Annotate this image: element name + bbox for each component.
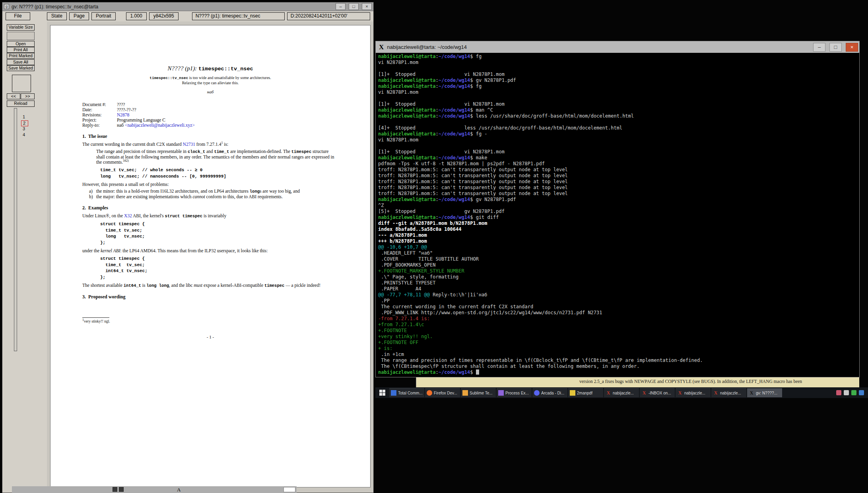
terminal-line: nabijaczleweli@tarta:~/code/wg14$ fg - xyxy=(378,131,859,137)
taskbar-app-icon-1[interactable] xyxy=(113,487,117,492)
print-marked-button[interactable]: Print Marked xyxy=(7,53,35,59)
terminal-line: +++ b/N2878P1.mom xyxy=(378,238,859,244)
taskbar-item-label: gv: N????... xyxy=(756,391,777,395)
close-button[interactable]: × xyxy=(362,3,372,10)
x-server-icon: X xyxy=(641,390,647,396)
code-line: time_t tv_sec; xyxy=(100,262,370,269)
terminal-line: +very stinky!! ngl. xyxy=(378,334,859,340)
orientation-menu-button[interactable]: Portrait xyxy=(91,12,116,20)
document-page[interactable]: N???? (p1): timespec::tv_nsec timespec::… xyxy=(50,25,371,487)
taskbar-item[interactable]: Xnabijaczle... xyxy=(604,388,639,397)
page-number-2[interactable]: 2 xyxy=(21,120,28,126)
doc-code-block-2: struct timespec { time_t tv_sec; long tv… xyxy=(100,221,370,246)
taskbar-item[interactable]: Xnabijaczle... xyxy=(711,388,746,397)
taskbar-item[interactable]: 2manpdf xyxy=(568,388,603,397)
taskbar-item[interactable]: Process Ex... xyxy=(497,388,532,397)
taskbar-item[interactable]: Total Comm... xyxy=(389,388,424,397)
terminal-line: .PDF_BOOKMARKS_OPEN xyxy=(378,262,859,268)
taskbar-item[interactable]: Arcada - Di... xyxy=(532,388,567,397)
tray-icon-blue[interactable] xyxy=(859,390,864,395)
doc-meta-row: Reply-to:наб <nabijaczleweli@nabijaczlew… xyxy=(82,123,195,128)
terminal-line: nabijaczleweli@tarta:~/code/wg14$ fg xyxy=(378,83,859,89)
reload-button[interactable]: Reload xyxy=(7,101,35,107)
pdf-tool-icon xyxy=(570,390,575,396)
discord-icon xyxy=(534,390,540,396)
tray-icon-pink[interactable] xyxy=(836,390,841,395)
terminal-line: nabijaczleweli@tarta:~/code/wg14$ man ^C xyxy=(378,107,859,113)
minimize-button[interactable]: – xyxy=(336,3,346,10)
scale-menu-button[interactable]: 1.000 xyxy=(126,12,147,20)
maximize-button[interactable]: □ xyxy=(349,3,359,10)
terminal-line: nabijaczleweli@tarta:~/code/wg14$ fg xyxy=(378,54,859,60)
footnote-rule xyxy=(82,317,109,318)
taskbar-item[interactable]: Xgv: N????... xyxy=(747,388,782,397)
terminal-line: ^Z xyxy=(378,203,859,209)
taskbar-item-label: Sublime Te... xyxy=(470,391,493,395)
prev-page-button[interactable]: << xyxy=(7,93,20,99)
close-button[interactable]: × xyxy=(846,43,858,52)
page-scroll-track[interactable] xyxy=(14,108,17,351)
doc-list: a)the minor: this is a hold-over from I1… xyxy=(89,189,338,199)
terminal-line: +.FOOTNOTE OFF xyxy=(378,340,859,346)
doc-text: from 7.27.1.4 xyxy=(195,142,221,147)
open-button[interactable]: Open xyxy=(7,41,35,47)
doc-link[interactable]: N2878 xyxy=(117,112,129,117)
save-marked-button[interactable]: Save Marked xyxy=(7,65,35,71)
gv-toolbar: File State Page Portrait 1.000 y842x595 … xyxy=(2,11,373,21)
gv-titlebar[interactable]: g gv: N???? (p1): timespec::tv_nsec@tart… xyxy=(2,2,373,11)
letter-a-icon[interactable]: A xyxy=(177,487,181,493)
doc-paragraph: under the kernel ABI: the LP64 AMD64. Th… xyxy=(82,248,338,253)
doc-text: The shortest available xyxy=(82,283,124,288)
taskbar-app-icon-2[interactable] xyxy=(119,487,124,492)
maximize-button[interactable]: □ xyxy=(829,43,842,52)
terminal-line: --- a/N2878P1.mom xyxy=(378,232,859,238)
list-marker: a) xyxy=(89,189,96,194)
page-number-3[interactable]: 3 xyxy=(21,126,28,132)
doc-heading-3: 3. Proposed wording xyxy=(82,294,338,300)
tray-icon-gray[interactable] xyxy=(844,390,849,395)
gv-window: g gv: N???? (p1): timespec::tv_nsec@tart… xyxy=(2,2,374,493)
page-number-4[interactable]: 4 xyxy=(21,132,28,138)
taskbar-item[interactable]: X-INBOX on... xyxy=(640,388,675,397)
mom-docs-window-fragment[interactable]: version 2.5_a fixes bugs with NEWPAGE an… xyxy=(416,377,859,387)
gv-canvas[interactable]: N???? (p1): timespec::tv_nsec timespec::… xyxy=(47,21,373,493)
media-size-button[interactable]: y842x595 xyxy=(149,12,179,20)
x-server-icon: X xyxy=(606,390,611,396)
taskbar-item[interactable]: Sublime Te... xyxy=(461,388,496,397)
terminal-line: .PP xyxy=(378,298,859,304)
page-number-1[interactable]: 1 xyxy=(21,114,28,120)
terminal-line: [5]+ Stopped gv N2878P1.pdf xyxy=(378,209,859,215)
terminal-line: nabijaczleweli@tarta:~/code/wg14$ xyxy=(378,369,859,375)
tray-icon-green[interactable] xyxy=(851,390,856,395)
terminal-line: .in +1cm xyxy=(378,352,859,358)
taskbar-item[interactable]: Xnabijaczle... xyxy=(676,388,711,397)
taskbar-item-label: nabijaczle... xyxy=(613,391,634,395)
next-page-button[interactable]: >> xyxy=(21,93,35,99)
terminal-line: The \f(CBtimespec\fP structure shall con… xyxy=(378,363,859,369)
print-all-button[interactable]: Print All xyxy=(7,47,35,53)
firefox-icon xyxy=(427,390,432,396)
page-menu-button[interactable]: Page xyxy=(69,12,89,20)
terminal-output[interactable]: nabijaczleweli@tarta:~/code/wg14$ fgvi N… xyxy=(376,53,859,377)
doc-link[interactable]: <nabijaczleweli@nabijaczleweli.xyz> xyxy=(125,123,195,128)
terminal-titlebar[interactable]: X nabijaczleweli@tarta: ~/code/wg14 – □ … xyxy=(376,41,859,53)
taskbar-item[interactable]: Firefox Dev... xyxy=(425,388,460,397)
terminal-line xyxy=(378,66,859,72)
terminal-line: The range and precision of times represe… xyxy=(378,358,859,363)
terminal-line: pdfmom -Tps -K utf-8 -t N2878P1.mom | ps… xyxy=(378,161,859,167)
doc-meta-row: Project:Programming Language C xyxy=(82,118,195,123)
taskbar-item-label: -INBOX on... xyxy=(649,391,671,395)
taskbar-item-label: Total Comm... xyxy=(398,391,423,395)
doc-subtitle-2: Relaxing the type can alleviate this. xyxy=(50,81,370,85)
doc-link[interactable]: N2731 xyxy=(183,142,195,147)
terminal-line: The current wording in the current draft… xyxy=(378,304,859,310)
doc-link[interactable]: X32 xyxy=(124,213,132,218)
variable-size-button[interactable]: Variable Size xyxy=(7,24,35,31)
file-menu-button[interactable]: File xyxy=(6,12,30,20)
taskbar-item-label: nabijaczle... xyxy=(720,391,741,395)
minimize-button[interactable]: – xyxy=(813,43,825,52)
start-button[interactable] xyxy=(375,387,389,398)
state-menu-button[interactable]: State xyxy=(47,12,67,20)
save-all-button[interactable]: Save All xyxy=(7,59,35,65)
list-marker: b) xyxy=(89,194,96,199)
